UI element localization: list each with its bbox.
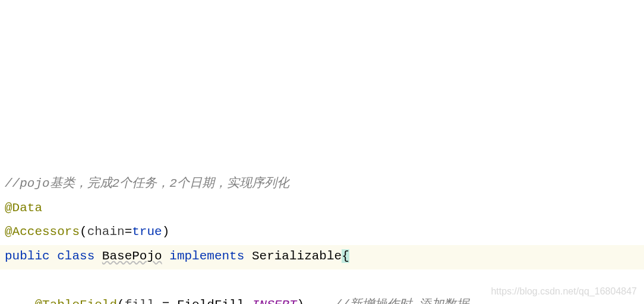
keyword-class: class [57,249,94,263]
class-name: BasePojo [102,249,162,263]
code-block: //pojo基类，完成2个任务，2个日期，实现序列化 @Data @Access… [5,148,644,304]
enum-val-insert: INSERT [252,298,297,304]
equals: = [154,298,177,304]
brace-open: { [342,249,349,263]
comment-line-1: //pojo基类，完成2个任务，2个日期，实现序列化 [5,177,289,190]
keyword-public: public [5,249,50,263]
equals: = [125,225,132,239]
dot: . [244,298,252,304]
keyword-implements: implements [169,249,244,263]
keyword-true: true [132,225,162,239]
paren-open: ( [117,298,125,304]
comment-insert: //新增操作时,添加数据 [334,298,469,304]
enum-type-1: FieldFill [177,298,244,304]
paren-close: ) [162,225,170,239]
annotation-accessors: @Accessors [5,225,80,239]
watermark: https://blog.csdn.net/qq_16804847 [491,282,637,300]
annotation-tablefield-1: @TableField [34,298,117,304]
annotation-data: @Data [5,201,42,215]
paren-open: ( [80,225,87,239]
interface-name: Serializable [252,249,342,263]
paren-close: ) [297,298,305,304]
param-chain: chain [87,225,125,239]
param-fill-1: fill [125,298,154,304]
